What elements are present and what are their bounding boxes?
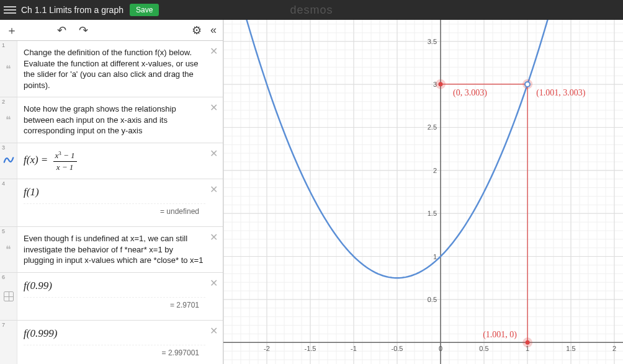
expression-input[interactable]: f(1) xyxy=(24,186,39,198)
expression-result: = undefined xyxy=(24,203,205,220)
graph-title[interactable]: Ch 1.1 Limits from a graph xyxy=(21,5,123,15)
list-item[interactable]: 6 ✕ f(0.99) = 2.9701 xyxy=(0,273,223,321)
redo-button[interactable]: ↷ xyxy=(76,22,91,38)
app-header: Ch 1.1 Limits from a graph Save desmos xyxy=(0,0,623,20)
svg-text:0.5: 0.5 xyxy=(479,345,488,352)
list-item[interactable]: 7 ✕ f(0.999) = 2.997001 xyxy=(0,321,223,364)
svg-text:2.5: 2.5 xyxy=(428,123,437,131)
svg-text:2: 2 xyxy=(612,345,616,352)
close-icon[interactable]: ✕ xyxy=(210,101,218,115)
svg-text:-0.5: -0.5 xyxy=(392,345,403,352)
svg-text:0.5: 0.5 xyxy=(428,296,437,303)
close-icon[interactable]: ✕ xyxy=(210,231,218,244)
add-expression-button[interactable]: ＋ xyxy=(4,22,20,39)
close-icon[interactable]: ✕ xyxy=(210,277,218,290)
svg-text:3.5: 3.5 xyxy=(428,38,437,45)
close-icon[interactable]: ✕ xyxy=(210,324,218,338)
expression-list: 1❝ ✕ Change the definition of the functi… xyxy=(0,41,223,364)
menu-icon[interactable] xyxy=(4,4,16,16)
settings-gear-icon[interactable]: ⚙ xyxy=(189,22,204,38)
quote-icon: ❝ xyxy=(6,114,11,126)
note-text[interactable]: Even though f is undefined at x=1, we ca… xyxy=(24,234,203,265)
list-item[interactable]: 5❝ ✕ Even though f is undefined at x=1, … xyxy=(0,227,223,273)
svg-point-125 xyxy=(439,82,443,86)
svg-text:(0, 3.003): (0, 3.003) xyxy=(453,88,487,98)
panel-toolbar: ＋ ↶ ↷ ⚙ « xyxy=(0,20,223,41)
save-button[interactable]: Save xyxy=(130,4,159,16)
expression-input[interactable]: f(x) = x3 − 1x − 1 xyxy=(24,154,77,166)
svg-text:(1.001, 3.003): (1.001, 3.003) xyxy=(536,88,586,98)
svg-text:-1: -1 xyxy=(351,345,357,352)
expression-result: = 2.9701 xyxy=(24,297,205,314)
list-item[interactable]: 2❝ ✕ Note how the graph shows the relati… xyxy=(0,97,223,143)
quote-icon: ❝ xyxy=(6,63,11,75)
expression-result: = 2.997001 xyxy=(24,345,205,362)
svg-text:0: 0 xyxy=(439,345,442,352)
list-item[interactable]: 1❝ ✕ Change the definition of the functi… xyxy=(0,41,223,97)
svg-text:1: 1 xyxy=(433,253,437,260)
svg-point-129 xyxy=(526,340,530,345)
collapse-panel-icon[interactable]: « xyxy=(208,22,219,38)
quote-icon: ❝ xyxy=(6,244,11,255)
svg-text:1.5: 1.5 xyxy=(566,345,575,352)
note-text[interactable]: Change the definition of the function f(… xyxy=(24,48,199,90)
close-icon[interactable]: ✕ xyxy=(210,183,218,197)
list-item[interactable]: 4 ✕ f(1) = undefined xyxy=(0,179,223,227)
brand-logo: desmos xyxy=(290,4,333,17)
close-icon[interactable]: ✕ xyxy=(210,45,218,58)
expression-panel: ＋ ↶ ↷ ⚙ « 1❝ ✕ Change the definition of … xyxy=(0,20,223,364)
undo-button[interactable]: ↶ xyxy=(55,22,69,38)
svg-text:2: 2 xyxy=(433,167,437,174)
close-icon[interactable]: ✕ xyxy=(210,147,218,161)
svg-text:(1.001, 0): (1.001, 0) xyxy=(483,330,517,340)
svg-text:-1.5: -1.5 xyxy=(305,345,316,352)
expression-input[interactable]: f(0.999) xyxy=(24,327,57,339)
svg-point-133 xyxy=(525,82,530,87)
svg-text:-2: -2 xyxy=(264,345,270,352)
note-text[interactable]: Note how the graph shows the relationshi… xyxy=(24,104,176,135)
list-item[interactable]: 3 ✕ f(x) = x3 − 1x − 1 xyxy=(0,143,223,179)
svg-text:1.5: 1.5 xyxy=(428,210,437,217)
graph-canvas[interactable]: -2-1.5-1-0.500.511.520.511.522.533.5(0, … xyxy=(223,20,623,364)
function-color-icon[interactable] xyxy=(3,154,14,168)
expression-input[interactable]: f(0.99) xyxy=(24,280,52,291)
table-icon[interactable] xyxy=(4,291,14,301)
